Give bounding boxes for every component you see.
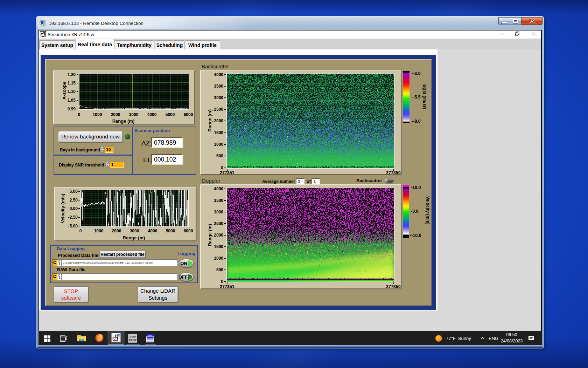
svg-text:OFF: OFF xyxy=(179,274,188,280)
svg-text:ON: ON xyxy=(180,261,187,266)
svg-text:GEEK: GEEK xyxy=(148,334,153,337)
